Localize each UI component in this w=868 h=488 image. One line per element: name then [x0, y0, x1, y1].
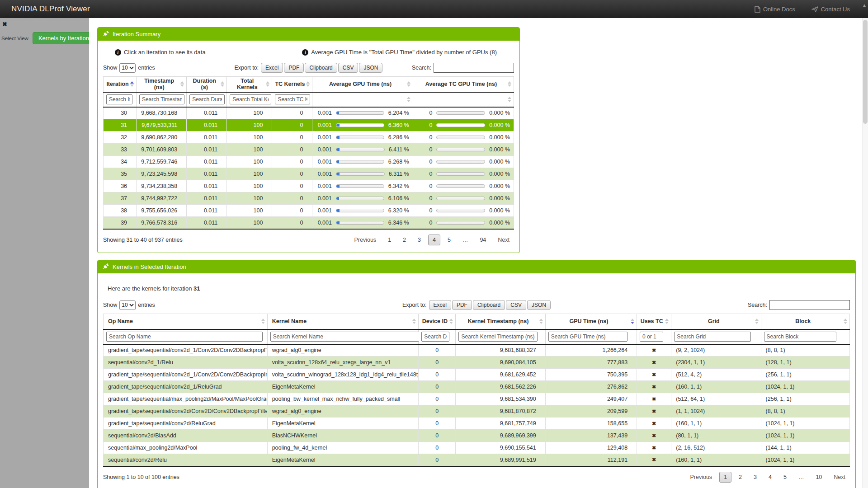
filter-input-duration-s[interactable]: [189, 94, 225, 104]
pagination-previous[interactable]: Previous: [349, 235, 381, 245]
column-header-block[interactable]: Block: [761, 314, 849, 329]
column-header-average-gpu-time-ns[interactable]: Average GPU Time (ns): [312, 77, 413, 92]
kernel-row[interactable]: sequential/conv2d/BiasAddBiasNCHWKernel0…: [104, 430, 850, 442]
filter-input-kernel-timestamp-ns[interactable]: [458, 332, 538, 342]
cell-iteration: 36: [104, 180, 137, 192]
pagination-page-5[interactable]: 5: [443, 235, 455, 245]
filter-input-op-name[interactable]: [106, 332, 263, 342]
column-header-kernel-timestamp-ns[interactable]: Kernel Timestamp (ns): [456, 314, 545, 329]
column-header-iteration[interactable]: Iteration: [104, 77, 137, 92]
export-json-button[interactable]: JSON: [527, 300, 551, 310]
online-docs-link[interactable]: Online Docs: [755, 6, 795, 13]
cell-duration: 0.011: [187, 180, 227, 192]
column-header-tc-kernels[interactable]: TC Kernels: [272, 77, 312, 92]
pagination-page-10[interactable]: 10: [811, 472, 826, 483]
iteration-row[interactable]: 309,668,730,1680.01110000.0016.204 %00.0…: [104, 107, 514, 119]
iteration-row[interactable]: 399,766,578,3160.01110000.0016.346 %00.0…: [104, 217, 514, 229]
iteration-row[interactable]: 349,712,559,7460.01110000.0016.268 %00.0…: [104, 156, 514, 168]
kernel-row[interactable]: sequential/conv2d_1/Reluvolta_scudnn_128…: [104, 357, 850, 369]
filter-input-device-id[interactable]: [421, 332, 449, 342]
filter-input-iteration[interactable]: [106, 94, 132, 104]
page-size-select[interactable]: 10: [119, 300, 136, 310]
pagination-page-5[interactable]: 5: [779, 472, 791, 483]
cell-kernel-name: volta_scudnn_winograd_128x128_ldg1_ldg4_…: [267, 369, 419, 381]
filter-input-timestamp-ns[interactable]: [139, 94, 184, 104]
filter-input-tc-kernels[interactable]: [275, 94, 310, 104]
export-pdf-button[interactable]: PDF: [284, 63, 304, 73]
pagination-page-2[interactable]: 2: [398, 235, 410, 245]
filter-input-uses-tc[interactable]: [640, 332, 663, 342]
iteration-row[interactable]: 389,755,656,0260.01110000.0016.320 %00.0…: [104, 205, 514, 217]
scrollbar-thumb[interactable]: [863, 20, 868, 124]
kernel-row[interactable]: sequential/conv2d/ReluEigenMetaKernel09,…: [104, 454, 850, 466]
pagination-page-1[interactable]: 1: [383, 235, 396, 245]
export-csv-button[interactable]: CSV: [506, 300, 526, 310]
cell-tc-kernels: 0: [272, 180, 312, 192]
cell-op-name: sequential/conv2d/Relu: [104, 454, 268, 466]
kernel-row[interactable]: gradient_tape/sequential/conv2d/Conv2D/C…: [104, 405, 850, 418]
export-clipboard-button[interactable]: Clipboard: [473, 300, 505, 310]
export-clipboard-button[interactable]: Clipboard: [305, 63, 337, 73]
column-header-grid[interactable]: Grid: [671, 314, 761, 329]
pagination-page-4[interactable]: 4: [764, 472, 776, 483]
pagination-page-2[interactable]: 2: [734, 472, 746, 483]
filter-input-grid[interactable]: [674, 332, 751, 342]
showing-entries-text: Showing 1 to 10 of 100 entries: [103, 474, 179, 480]
pagination-page-4[interactable]: 4: [428, 235, 440, 245]
iteration-row[interactable]: 329,690,862,2800.01110000.0016.286 %00.0…: [104, 131, 514, 144]
app-title: NVIDIA DLProf Viewer: [11, 5, 90, 14]
iteration-row[interactable]: 319,679,533,3110.01110000.0016.360 %00.0…: [104, 119, 514, 131]
column-header-uses-tc[interactable]: Uses TC: [637, 314, 671, 329]
pagination-next[interactable]: Next: [829, 472, 850, 483]
page-size-select[interactable]: 10: [119, 63, 136, 73]
search-input[interactable]: [769, 300, 850, 310]
cell-block: (8, 8, 1): [761, 344, 849, 357]
iteration-row[interactable]: 369,734,238,3580.01110000.0016.342 %00.0…: [104, 180, 514, 192]
kernel-row[interactable]: gradient_tape/sequential/conv2d/ReluGrad…: [104, 418, 850, 430]
cell-op-name: gradient_tape/sequential/conv2d/Conv2D/C…: [104, 405, 268, 418]
pagination-previous[interactable]: Previous: [685, 472, 717, 483]
pagination-page-3[interactable]: 3: [413, 235, 425, 245]
pagination-page-94[interactable]: 94: [475, 235, 491, 245]
cell-total-kernels: 100: [227, 131, 272, 144]
column-header-duration-s[interactable]: Duration (s): [187, 77, 227, 92]
column-header-kernel-name[interactable]: Kernel Name: [267, 314, 419, 329]
close-icon[interactable]: ✖: [2, 21, 7, 28]
iteration-row[interactable]: 359,723,245,5980.01110000.0016.311 %00.0…: [104, 168, 514, 180]
cell-kernel-name: wgrad_alg0_engine: [267, 405, 419, 418]
column-header-timestamp-ns[interactable]: Timestamp (ns): [137, 77, 187, 92]
column-header-op-name[interactable]: Op Name: [104, 314, 268, 329]
export-json-button[interactable]: JSON: [359, 63, 382, 73]
filter-input-total-kernels[interactable]: [230, 94, 271, 104]
column-header-average-tc-gpu-time-ns[interactable]: Average TC GPU Time (ns): [413, 77, 514, 92]
kernel-row[interactable]: gradient_tape/sequential/max_pooling2d/M…: [104, 393, 850, 405]
export-excel-button[interactable]: Excel: [261, 63, 283, 73]
export-csv-button[interactable]: CSV: [338, 63, 359, 73]
export-pdf-button[interactable]: PDF: [452, 300, 472, 310]
kernel-row[interactable]: sequential/max_pooling2d/MaxPoolpooling_…: [104, 442, 850, 454]
pagination-page-3[interactable]: 3: [749, 472, 761, 483]
column-header-gpu-time-ns[interactable]: GPU Time (ns): [545, 314, 637, 329]
kernel-row[interactable]: gradient_tape/sequential/conv2d_1/ReluGr…: [104, 381, 850, 393]
iteration-row[interactable]: 379,744,992,7220.01110000.0016.106 %00.0…: [104, 192, 514, 205]
scrollbar-up-arrow[interactable]: ▲: [862, 3, 867, 8]
avg-gpu-time-percent: 6.346 %: [388, 220, 409, 226]
iteration-row[interactable]: 339,701,609,8030.01110000.0016.411 %00.0…: [104, 144, 514, 156]
kernel-row[interactable]: gradient_tape/sequential/conv2d_1/Conv2D…: [104, 369, 850, 381]
pagination-page-1[interactable]: 1: [719, 472, 731, 483]
filter-input-gpu-time-ns[interactable]: [548, 332, 627, 342]
avg-tc-gpu-time-percent: 0.000 %: [489, 159, 510, 165]
scrollbar-track[interactable]: [862, 18, 868, 488]
avg-gpu-time-value: 0.001: [316, 159, 331, 165]
export-excel-button[interactable]: Excel: [429, 300, 451, 310]
filter-input-kernel-name[interactable]: [270, 332, 420, 342]
plug-icon: [103, 263, 109, 271]
column-header-total-kernels[interactable]: Total Kernels: [227, 77, 272, 92]
pagination-next[interactable]: Next: [493, 235, 514, 245]
column-header-device-id[interactable]: Device ID: [419, 314, 456, 329]
avg-tc-gpu-time-percent: 0.000 %: [489, 183, 510, 189]
filter-input-block[interactable]: [764, 332, 836, 342]
search-input[interactable]: [434, 63, 514, 73]
kernel-row[interactable]: gradient_tape/sequential/conv2d_1/Conv2D…: [104, 344, 850, 357]
contact-us-link[interactable]: Contact Us: [811, 6, 850, 13]
